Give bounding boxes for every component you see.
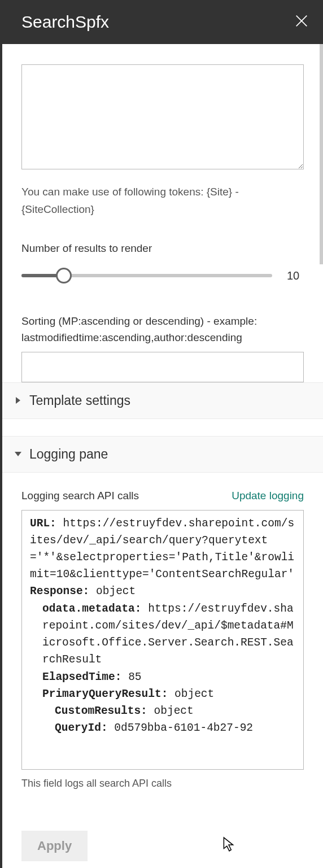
log-qid-label: QueryId: xyxy=(55,722,108,734)
panel-header: SearchSpfx xyxy=(2,0,323,44)
svg-marker-3 xyxy=(15,452,21,456)
close-button[interactable] xyxy=(294,13,309,31)
log-elapsed-value: 85 xyxy=(128,671,141,683)
panel-content: You can make use of following tokens: {S… xyxy=(2,44,323,868)
results-value: 10 xyxy=(287,269,304,282)
apply-button[interactable]: Apply xyxy=(21,831,88,861)
sorting-label: Sorting (MP:ascending or descending) - e… xyxy=(21,313,304,346)
log-url-value: https://estruyfdev.sharepoint.com/sites/… xyxy=(30,517,294,581)
chevron-right-icon xyxy=(14,396,23,405)
cursor-icon xyxy=(222,836,235,854)
log-custom-label: CustomResults: xyxy=(55,705,147,717)
update-logging-link[interactable]: Update logging xyxy=(232,490,304,502)
close-icon xyxy=(294,21,309,30)
section-title: Template settings xyxy=(29,393,130,408)
panel-title: SearchSpfx xyxy=(21,12,109,32)
logging-block: Logging search API calls Update logging … xyxy=(21,490,304,790)
sorting-input[interactable] xyxy=(21,352,304,382)
log-url-label: URL: xyxy=(30,517,56,530)
section-logging-pane[interactable]: Logging pane xyxy=(2,436,323,473)
log-pqr-value: object xyxy=(174,688,214,700)
query-textarea[interactable] xyxy=(21,64,304,169)
log-elapsed-label: ElapsedTime: xyxy=(42,671,121,683)
logging-help-text: This field logs all search API calls xyxy=(21,778,304,790)
results-slider[interactable] xyxy=(21,274,272,277)
section-template-settings[interactable]: Template settings xyxy=(2,382,323,419)
chevron-down-icon xyxy=(14,450,23,459)
scrollbar[interactable] xyxy=(320,44,323,264)
log-response-value: object xyxy=(96,585,136,597)
section-title: Logging pane xyxy=(29,447,108,462)
panel-footer: Apply xyxy=(21,831,88,868)
results-slider-row: 10 xyxy=(21,269,304,282)
svg-marker-2 xyxy=(16,397,20,404)
logging-output[interactable]: URL: https://estruyfdev.sharepoint.com/s… xyxy=(21,510,304,770)
slider-thumb[interactable] xyxy=(56,268,72,283)
query-help-text: You can make use of following tokens: {S… xyxy=(21,183,304,219)
log-pqr-label: PrimaryQueryResult: xyxy=(42,688,168,700)
log-odata-label: odata.metadata: xyxy=(42,603,142,615)
logging-label: Logging search API calls xyxy=(21,490,139,502)
log-response-label: Response: xyxy=(30,585,89,597)
results-label: Number of results to render xyxy=(21,242,304,255)
log-custom-value: object xyxy=(154,705,194,717)
log-qid-value: 0d579bba-6101-4b27-92 xyxy=(114,722,253,734)
